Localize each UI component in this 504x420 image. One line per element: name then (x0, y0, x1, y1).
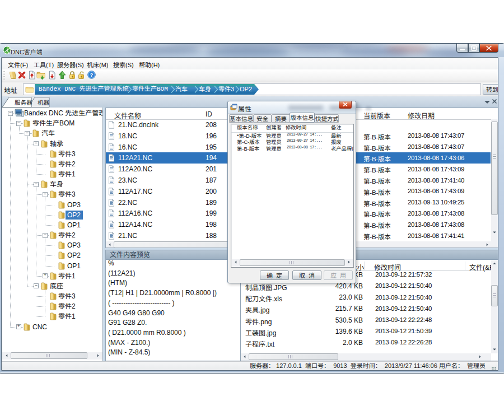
svg-text:服务器: 服务器 (15, 98, 32, 106)
svg-text:机器: 机器 (38, 98, 49, 106)
svg-text:?: ? (90, 72, 94, 78)
